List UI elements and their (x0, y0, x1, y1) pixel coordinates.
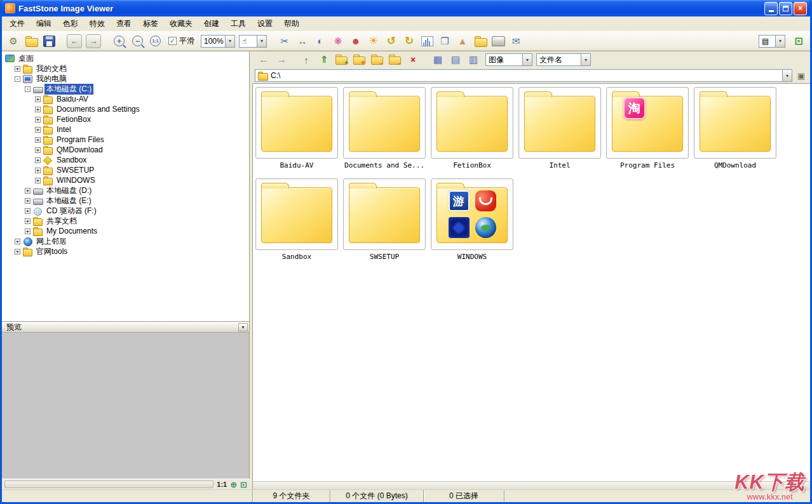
folder-item[interactable]: SWSETUP (343, 178, 426, 261)
tree-item[interactable]: +FetionBox (2, 114, 249, 124)
file-management-icon[interactable] (472, 34, 489, 49)
close-button[interactable]: × (794, 2, 807, 15)
menu-item-1[interactable]: 编辑 (30, 17, 57, 31)
tree-item[interactable]: -本地磁盘 (C:) (2, 84, 249, 94)
delete-icon[interactable]: × (405, 52, 421, 67)
tree-item[interactable]: +Documents and Settings (2, 104, 249, 114)
expand-icon[interactable]: + (35, 107, 41, 112)
address-combo[interactable]: C:\ ▾ (255, 69, 792, 82)
list-view-icon[interactable]: ▥ (465, 52, 482, 67)
expand-icon[interactable]: + (35, 178, 41, 183)
tree-item[interactable]: +官网tools (2, 246, 249, 256)
auto-adjust-icon[interactable]: ☀ (365, 34, 382, 49)
expand-icon[interactable]: + (35, 96, 41, 102)
copy-to-folder-icon[interactable]: → (387, 52, 403, 67)
tree-item[interactable]: +My Documents (2, 226, 249, 236)
expand-icon[interactable]: + (35, 137, 41, 143)
folder-item[interactable]: Intel (518, 87, 601, 169)
expand-icon[interactable]: + (35, 127, 41, 133)
clipboard-icon[interactable]: ▣ (795, 69, 808, 82)
red-eye-removal-icon[interactable]: ☻ (348, 34, 364, 49)
tree-item[interactable]: +QMDownload (2, 145, 249, 155)
tree-item[interactable]: +本地磁盘 (E:) (2, 196, 249, 206)
horizontal-scrollbar[interactable] (252, 481, 810, 489)
back-icon[interactable]: ← (255, 52, 272, 67)
menu-item-6[interactable]: 收藏夹 (164, 17, 198, 31)
chevron-down-icon[interactable]: ▾ (782, 70, 792, 81)
maximize-button[interactable] (779, 2, 792, 15)
expand-icon[interactable]: + (15, 249, 20, 255)
chevron-down-icon[interactable]: ▾ (581, 54, 590, 65)
tree-item[interactable]: +CD 驱动器 (F:) (2, 206, 249, 216)
folder-item[interactable]: Documents and Se... (343, 87, 426, 169)
expand-icon[interactable]: + (25, 218, 30, 224)
expand-icon[interactable]: + (35, 147, 41, 153)
chevron-down-icon[interactable]: ▾ (257, 36, 266, 47)
folder-item[interactable]: 淘Program Files (606, 87, 689, 169)
forward-icon[interactable]: → (273, 52, 290, 67)
zoom-select[interactable]: 100%▾ (201, 35, 235, 48)
expand-icon[interactable]: + (35, 157, 41, 163)
screen-capture-icon[interactable]: ✉ (508, 34, 524, 49)
chevron-down-icon[interactable]: ▾ (775, 36, 785, 47)
go-root-icon[interactable]: ⇑ (316, 52, 332, 67)
adjust-lighting-icon[interactable]: ◐ (312, 34, 328, 49)
tree-item[interactable]: +Baidu-AV (2, 94, 249, 104)
expand-icon[interactable]: + (35, 168, 41, 173)
hand-tool-select[interactable]: ☝▾ (239, 35, 267, 48)
thumbnail-options-select[interactable]: ▤▾ (759, 35, 785, 48)
titlebar[interactable]: FastStone Image Viewer × (2, 0, 810, 17)
folder-item[interactable]: Sandbox (255, 178, 338, 261)
expand-icon[interactable]: + (35, 117, 41, 123)
move-to-folder-icon[interactable]: → (369, 52, 386, 67)
image-browser-icon[interactable]: ⚙ (5, 34, 22, 49)
up-folder-icon[interactable]: ↑ (298, 52, 315, 67)
menu-item-2[interactable]: 色彩 (57, 17, 84, 31)
sort-order-select[interactable]: 文件名▾ (536, 53, 591, 66)
folder-item[interactable]: 游WINDOWS (431, 178, 513, 261)
fit-window-icon[interactable]: ⊡ (240, 480, 247, 489)
fullscreen-icon[interactable]: ⊡ (790, 34, 807, 49)
chevron-down-icon[interactable]: ▾ (238, 323, 248, 331)
details-view-icon[interactable]: ▤ (447, 52, 464, 67)
tree-item[interactable]: +Intel (2, 124, 249, 135)
chevron-down-icon[interactable]: ▾ (225, 36, 234, 47)
adjust-colors-icon[interactable]: ❋ (330, 34, 346, 49)
thumbnails-view-icon[interactable]: ▦ (430, 52, 446, 67)
tree-item[interactable]: 桌面 (2, 53, 249, 63)
previous-image-icon[interactable]: ← (67, 34, 82, 48)
tree-item[interactable]: +我的文档 (2, 63, 249, 74)
compare-images-icon[interactable]: ❐ (436, 34, 453, 49)
rotate-right-icon[interactable]: ↻ (401, 34, 417, 49)
expand-icon[interactable]: + (25, 229, 30, 234)
minimize-button[interactable] (764, 2, 778, 15)
tree-item[interactable]: +本地磁盘 (D:) (2, 185, 249, 196)
tree-item[interactable]: +网上邻居 (2, 236, 249, 246)
save-as-icon[interactable] (41, 34, 57, 49)
chevron-down-icon[interactable]: ▾ (522, 54, 532, 65)
rotate-left-icon[interactable]: ↺ (383, 34, 400, 49)
actual-size-icon[interactable]: ⊕ (230, 480, 237, 489)
zoom-out-icon[interactable]: − (132, 36, 143, 46)
tree-item[interactable]: +SWSETUP (2, 165, 249, 175)
favorite-folder-icon[interactable]: ★ (351, 52, 368, 67)
crop-board-icon[interactable]: ✂ (276, 34, 293, 49)
menu-item-9[interactable]: 设置 (252, 17, 278, 31)
folder-item[interactable]: Baidu-AV (255, 87, 338, 169)
expand-icon[interactable]: + (25, 198, 30, 204)
menu-item-4[interactable]: 查看 (111, 17, 137, 31)
expand-icon[interactable]: + (25, 208, 30, 214)
menu-item-0[interactable]: 文件 (4, 17, 30, 31)
collapse-icon[interactable]: - (15, 76, 20, 82)
new-folder-icon[interactable]: + (334, 52, 350, 67)
resize-icon[interactable]: ↔ (294, 34, 311, 49)
zoom-in-icon[interactable]: + (114, 36, 125, 46)
print-icon[interactable] (490, 34, 506, 49)
batch-convert-icon[interactable]: ▲ (454, 34, 471, 49)
expand-icon[interactable]: + (15, 239, 20, 244)
next-image-icon[interactable]: → (86, 34, 101, 48)
tree-item[interactable]: -我的电脑 (2, 74, 249, 84)
menu-item-5[interactable]: 标签 (137, 17, 164, 31)
collapse-icon[interactable]: - (25, 86, 30, 92)
tree-item[interactable]: +Sandbox (2, 155, 249, 165)
